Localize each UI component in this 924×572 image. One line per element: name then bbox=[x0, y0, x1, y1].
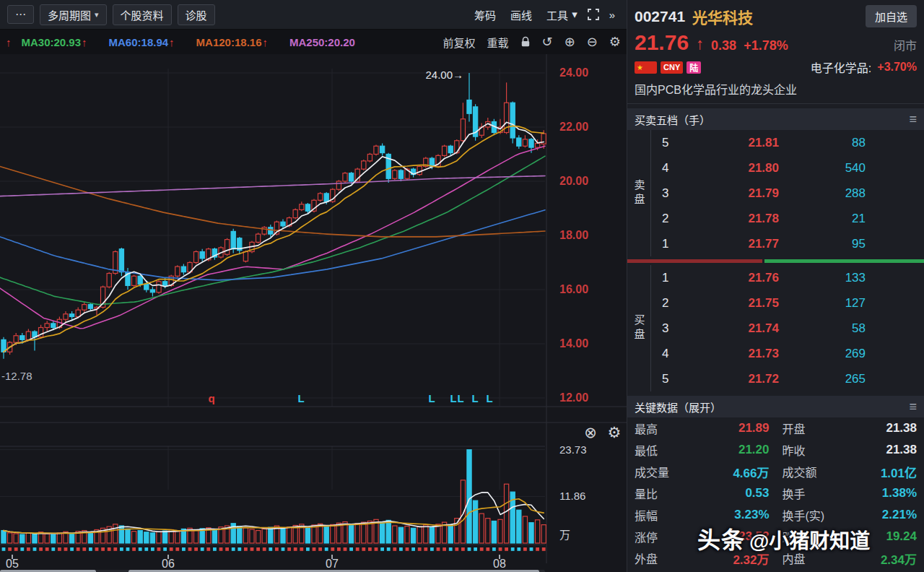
direction-dot bbox=[325, 547, 328, 551]
key-data-value: 21.89 bbox=[738, 421, 770, 436]
ma-line-ma60 bbox=[0, 210, 545, 280]
candle-body bbox=[374, 146, 378, 154]
sell-row[interactable]: 121.7795 bbox=[650, 231, 924, 256]
toolbar-button-工具[interactable]: 工具▾ bbox=[542, 6, 582, 24]
ma-label-text: MA250:20.20 bbox=[289, 36, 355, 48]
pane-settings-gear-icon[interactable]: ⚙ bbox=[608, 424, 622, 441]
more-panels-chevron[interactable]: » bbox=[605, 7, 619, 22]
direction-dot bbox=[282, 547, 285, 551]
order-book-menu-icon[interactable]: ≡ bbox=[909, 112, 917, 127]
ma-label-text: MA30:20.93 bbox=[22, 36, 82, 48]
toolbar-button-诊股[interactable]: 诊股 bbox=[178, 4, 215, 25]
volume-bar bbox=[281, 529, 285, 543]
candle-body bbox=[181, 266, 186, 272]
kline-chart[interactable]: 24.0022.0020.0018.0016.0014.0012.0023.73… bbox=[0, 54, 627, 572]
sell-side-label: 卖盘 bbox=[627, 130, 651, 256]
volume-bar bbox=[349, 525, 354, 543]
volume-bar bbox=[505, 484, 509, 543]
zoom-in-icon[interactable]: ⊕ bbox=[565, 35, 575, 48]
close-pane-icon[interactable]: ⊗ bbox=[584, 424, 597, 441]
buy-depth-bar bbox=[764, 259, 924, 263]
add-to-watchlist-button[interactable]: 加自选 bbox=[866, 5, 917, 27]
candle-body bbox=[510, 103, 515, 138]
buy-row[interactable]: 421.73269 bbox=[650, 341, 924, 366]
candle-body bbox=[343, 173, 347, 181]
sell-row[interactable]: 321.79288 bbox=[650, 181, 924, 206]
sell-row[interactable]: 221.7821 bbox=[650, 206, 924, 231]
candle-body bbox=[349, 173, 354, 181]
toolbar-button-画线[interactable]: 画线 bbox=[506, 6, 536, 24]
direction-dot bbox=[244, 547, 248, 551]
volume-bar bbox=[88, 532, 92, 543]
direction-dot bbox=[39, 547, 43, 551]
candle-body bbox=[367, 155, 372, 161]
toolbar-button-more[interactable]: ⋯ bbox=[7, 5, 34, 24]
key-data-value: 19.24 bbox=[886, 529, 917, 544]
candle-body bbox=[231, 231, 235, 248]
order-price: 21.77 bbox=[678, 237, 779, 251]
tag-row: ★ CNY 陆 电子化学品: +3.70% bbox=[627, 57, 924, 76]
settings-gear-icon[interactable]: ⚙ bbox=[609, 35, 621, 48]
toolbar-button-个股资料[interactable]: 个股资料 bbox=[113, 4, 172, 25]
key-data-cell: 最高21.89 bbox=[635, 420, 770, 437]
sell-row[interactable]: 421.80540 bbox=[650, 155, 924, 181]
lock-icon[interactable] bbox=[520, 36, 531, 48]
candle-body bbox=[398, 170, 403, 178]
sell-depth-bar bbox=[627, 259, 762, 263]
key-data-header: 关键数据（展开） ≡ bbox=[627, 396, 924, 417]
candle-body bbox=[225, 240, 230, 255]
direction-dot bbox=[237, 547, 241, 551]
reload-button[interactable]: 重载 bbox=[487, 35, 509, 50]
direction-dot bbox=[349, 547, 353, 551]
sell-row[interactable]: 521.8188 bbox=[650, 130, 924, 155]
direction-dot bbox=[523, 547, 527, 551]
volume-bar bbox=[175, 532, 180, 543]
volume-bar bbox=[386, 520, 391, 543]
buy-row[interactable]: 221.75127 bbox=[650, 290, 924, 316]
buy-row[interactable]: 521.72265 bbox=[650, 366, 924, 391]
direction-dot bbox=[380, 547, 384, 551]
toolbar-button-多周期图[interactable]: 多周期图▾ bbox=[40, 4, 107, 25]
quote-header: 002741 光华科技 加自选 21.76 ↑ 0.38 +1.78% 闭市 bbox=[627, 0, 924, 57]
volume-bar bbox=[436, 524, 440, 543]
ma-label: MA30:20.93↑ bbox=[22, 36, 87, 48]
candle-body bbox=[82, 305, 87, 311]
y-axis-label: 24.00 bbox=[559, 66, 588, 79]
volume-bar bbox=[132, 532, 136, 543]
direction-dot bbox=[455, 547, 458, 551]
direction-dot bbox=[530, 547, 533, 551]
buy-row[interactable]: 121.76133 bbox=[650, 265, 924, 290]
fullscreen-icon[interactable] bbox=[588, 9, 599, 20]
order-book-title: 买卖五档（手） bbox=[635, 112, 710, 127]
key-data-title[interactable]: 关键数据（展开） bbox=[635, 399, 721, 415]
direction-dot bbox=[399, 547, 403, 551]
direction-dot bbox=[275, 547, 279, 551]
order-price: 21.74 bbox=[678, 321, 779, 336]
candle-body bbox=[256, 234, 261, 242]
order-volume: 265 bbox=[779, 372, 866, 386]
ma-toolbar: ↑ MA30:20.93↑MA60:18.94↑MA120:18.16↑MA25… bbox=[0, 30, 627, 54]
direction-dot bbox=[437, 547, 440, 551]
industry-link[interactable]: 电子化学品: bbox=[811, 58, 871, 76]
direction-dot bbox=[64, 547, 68, 551]
toolbar-button-筹码[interactable]: 筹码 bbox=[470, 6, 500, 24]
volume-bar bbox=[312, 525, 316, 543]
direction-dot bbox=[424, 547, 427, 551]
key-data-cell: 昨收21.38 bbox=[783, 441, 918, 459]
buy-row[interactable]: 321.7458 bbox=[650, 316, 924, 341]
volume-bar bbox=[523, 516, 527, 543]
volume-bar bbox=[398, 527, 403, 543]
y-axis-label: 14.00 bbox=[559, 337, 588, 350]
high-price-annotation: 24.00→ bbox=[425, 69, 463, 81]
low-price-label: -12.78 bbox=[1, 370, 32, 382]
key-data-menu-icon[interactable]: ≡ bbox=[909, 399, 917, 415]
zoom-out-icon[interactable]: ⊖ bbox=[587, 35, 598, 48]
direction-dot bbox=[250, 547, 254, 551]
adjust-mode-button[interactable]: 前复权 bbox=[443, 35, 476, 50]
industry-change: +3.70% bbox=[877, 61, 917, 74]
undo-icon[interactable]: ↺ bbox=[542, 35, 553, 48]
price-change-percent: +1.78% bbox=[744, 38, 788, 53]
direction-dot bbox=[113, 547, 117, 551]
key-data-value: 1.01亿 bbox=[881, 463, 917, 481]
volume-bar bbox=[45, 534, 49, 543]
